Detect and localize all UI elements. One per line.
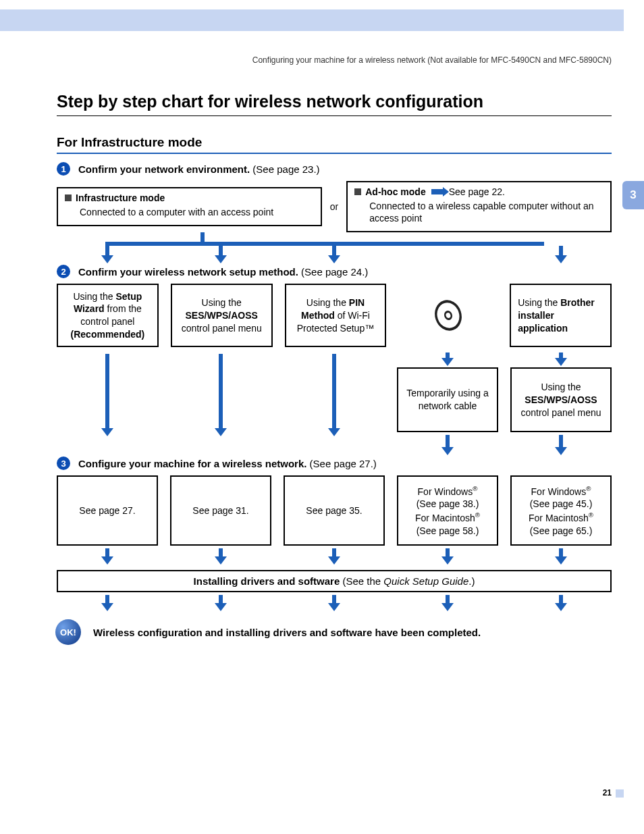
arrow-row-3 — [57, 546, 612, 558]
step-1-text: Confirm your network environment. (See p… — [78, 163, 320, 175]
install-rest: (See the — [340, 575, 383, 587]
step-3-text: Configure your machine for a wireless ne… — [78, 458, 377, 469]
adhoc-ref: See page 22. — [449, 186, 505, 197]
complete-text: Wireless configuration and installing dr… — [93, 627, 481, 638]
ref-page-35: See page 35. — [284, 475, 385, 546]
arrow-down-icon — [284, 592, 385, 604]
infrastructure-title: Infrastructure mode — [65, 192, 314, 203]
arrow-down-icon — [57, 246, 158, 257]
arrow-down-icon — [284, 546, 385, 558]
bullet-icon — [354, 188, 361, 195]
step-2: 2 Confirm your wireless network setup me… — [57, 265, 612, 278]
step-3-badge: 3 — [57, 457, 70, 470]
step-2-badge: 2 — [57, 265, 70, 278]
install-italic: Quick Setup Guide — [383, 575, 468, 587]
ref-page-31: See page 31. — [170, 475, 271, 546]
ref-page-27: See page 27. — [57, 475, 158, 546]
ok-badge: OK! — [55, 619, 81, 645]
connector — [57, 232, 612, 242]
step-3-bold: Configure your machine for a wireless ne… — [78, 458, 306, 469]
step-2-bold: Confirm your wireless network setup meth… — [78, 266, 298, 278]
arrow-down-icon — [510, 546, 612, 558]
arrow-down-icon — [397, 432, 498, 448]
arrow-down-icon — [397, 246, 498, 257]
bullet-icon — [65, 194, 72, 201]
arrow-down-icon — [170, 351, 271, 432]
page-number: 21 — [603, 788, 612, 798]
sub-ses-wps-aoss: Using the SES/WPS/AOSS control panel men… — [510, 367, 612, 432]
section-subtitle: For Infrastructure mode — [57, 135, 612, 154]
arrow-down-icon — [284, 351, 385, 432]
arrow-down-icon — [57, 351, 158, 432]
infrastructure-title-text: Infrastructure mode — [76, 192, 165, 203]
top-bar — [0, 9, 624, 31]
arrow-down-icon — [57, 592, 158, 604]
page-title: Step by step chart for wireless network … — [57, 92, 612, 116]
sub-network-cable: Temporarily using a network cable — [397, 367, 498, 432]
arrow-row-4 — [57, 592, 612, 604]
arrow-row-1 — [57, 246, 612, 257]
arrow-down-icon — [284, 246, 385, 257]
method-pin: Using the PIN Method of Wi-Fi Protected … — [285, 284, 387, 347]
arrow-down-icon — [510, 246, 612, 257]
install-bold: Installing drivers and software — [194, 575, 340, 587]
arrow-down-icon — [57, 546, 158, 558]
step-3: 3 Configure your machine for a wireless … — [57, 457, 612, 470]
install-bar: Installing drivers and software (See the… — [57, 570, 612, 592]
page-content: Step by step chart for wireless network … — [0, 92, 644, 645]
step-2-ref: (See page 24.) — [298, 266, 368, 278]
sub-row: Temporarily using a network cable Using … — [57, 351, 612, 432]
ref-win-mac-2: For Windows® (See page 45.) For Macintos… — [510, 475, 612, 546]
arrow-down-icon — [397, 592, 498, 604]
or-separator: or — [329, 201, 340, 212]
adhoc-desc: Connected to a wireless capable computer… — [354, 200, 603, 224]
step-2-text: Confirm your wireless network setup meth… — [78, 266, 368, 278]
arrow-down-icon — [510, 432, 612, 448]
adhoc-title: Ad-hoc mode See page 22. — [354, 186, 603, 197]
method-setup-wizard: Using the Setup Wizard from the control … — [57, 284, 159, 347]
arrow-down-icon — [170, 246, 271, 257]
header-text: Configuring your machine for a wireless … — [0, 31, 644, 65]
step-1-ref: (See page 23.) — [250, 163, 319, 175]
step-1-bold: Confirm your network environment. — [78, 163, 250, 175]
arrow-down-icon — [397, 351, 498, 359]
step-1-badge: 1 — [57, 162, 70, 176]
install-end: .) — [468, 575, 475, 587]
adhoc-mode-box: Ad-hoc mode See page 22. Connected to a … — [346, 181, 612, 232]
reference-row: See page 27. See page 31. See page 35. F… — [57, 475, 612, 546]
arrow-down-icon — [510, 592, 612, 604]
ok-row: OK! Wireless configuration and installin… — [57, 619, 612, 645]
method-ses-wps-aoss: Using the SES/WPS/AOSS control panel men… — [171, 284, 273, 347]
infrastructure-mode-box: Infrastructure mode Connected to a compu… — [57, 187, 322, 226]
cd-icon — [431, 296, 465, 334]
arrow-down-icon — [397, 546, 498, 558]
arrow-down-icon — [170, 546, 271, 558]
method-row: Using the Setup Wizard from the control … — [57, 284, 612, 347]
cd-icon-cell — [398, 284, 498, 347]
arrow-down-icon — [170, 592, 271, 604]
adhoc-title-text: Ad-hoc mode — [365, 186, 425, 197]
ref-win-mac-1: For Windows® (See page 38.) For Macintos… — [397, 475, 498, 546]
step-3-ref: (See page 27.) — [306, 458, 376, 469]
mode-row: Infrastructure mode Connected to a compu… — [57, 181, 612, 232]
arrow-right-icon — [431, 189, 444, 194]
pagenum-bar — [616, 789, 624, 798]
method-brother-installer: Using the Brother installer application — [510, 284, 612, 347]
step-1: 1 Confirm your network environment. (See… — [57, 162, 612, 176]
chapter-tab: 3 — [622, 181, 644, 209]
arrow-down-icon — [510, 351, 612, 359]
infrastructure-desc: Connected to a computer with an access p… — [65, 206, 314, 218]
